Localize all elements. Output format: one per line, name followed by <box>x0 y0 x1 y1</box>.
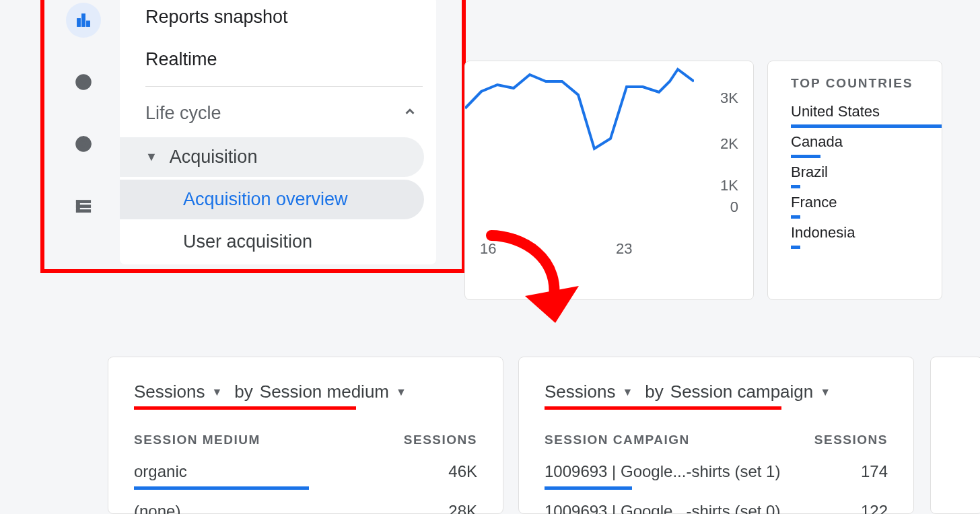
table-row[interactable]: 1009693 | Google...-shirts (set 1)174 <box>545 462 888 481</box>
row-bar <box>134 486 309 490</box>
nav-reports-snapshot[interactable]: Reports snapshot <box>120 0 436 38</box>
col-sessions: SESSIONS <box>404 433 477 447</box>
nav-acquisition-label: Acquisition <box>170 147 258 168</box>
chevron-up-icon <box>403 103 417 124</box>
nav-realtime[interactable]: Realtime <box>120 38 436 81</box>
line-chart <box>465 61 694 236</box>
dimension-label: Session medium <box>260 381 389 402</box>
svg-rect-9 <box>77 200 80 213</box>
country-name: France <box>791 194 942 211</box>
caret-down-icon: ▼ <box>145 150 158 164</box>
table-row[interactable]: organic46K <box>134 462 477 481</box>
country-name: United States <box>791 103 942 120</box>
xlabel: 16 <box>480 240 496 258</box>
nav-acquisition-overview[interactable]: Acquisition overview <box>120 180 424 219</box>
row-value: 46K <box>448 462 477 481</box>
caret-down-icon: ▼ <box>396 386 407 398</box>
col-sessions: SESSIONS <box>814 433 888 447</box>
metric-label: Sessions <box>134 381 205 402</box>
country-row[interactable]: United States <box>791 103 942 128</box>
annotation-red-underline <box>545 406 781 410</box>
nav-separator <box>145 86 423 87</box>
sessions-by-campaign-card: Sessions ▼ by Session campaign ▼ SESSION… <box>518 357 914 514</box>
advertising-icon[interactable] <box>66 126 101 161</box>
nav-life-cycle-header[interactable]: Life cycle <box>120 92 436 135</box>
configure-icon[interactable] <box>66 188 101 223</box>
svg-point-5 <box>80 141 86 147</box>
top-countries-card: TOP COUNTRIES United StatesCanadaBrazilF… <box>767 61 942 300</box>
country-row[interactable]: France <box>791 194 942 219</box>
country-bar <box>791 155 820 158</box>
metric-label: Sessions <box>545 381 616 402</box>
dimension-label: Session campaign <box>670 381 813 402</box>
row-label: 1009693 | Google...-shirts (set 1) <box>545 462 780 481</box>
by-label: by <box>234 381 252 402</box>
country-row[interactable]: Indonesia <box>791 224 942 249</box>
country-name: Canada <box>791 133 942 151</box>
row-value: 122 <box>861 502 888 514</box>
xlabel: 23 <box>616 240 632 258</box>
country-name: Brazil <box>791 163 942 181</box>
col-dimension: SESSION MEDIUM <box>134 433 260 447</box>
row-value: 28K <box>448 502 477 514</box>
row-bar <box>545 486 632 490</box>
row-label: 1009693 | Google...-shirts (set 0) <box>545 502 780 514</box>
top-countries-title: TOP COUNTRIES <box>791 76 942 91</box>
ylabel: 3K <box>720 89 738 107</box>
icon-rail <box>59 0 108 223</box>
country-bar <box>791 246 800 249</box>
nav-user-acquisition[interactable]: User acquisition <box>120 222 424 262</box>
next-card-sliver <box>930 357 980 514</box>
sessions-by-medium-card: Sessions ▼ by Session medium ▼ SESSION M… <box>108 357 503 514</box>
caret-down-icon: ▼ <box>820 386 831 398</box>
caret-down-icon: ▼ <box>212 386 223 398</box>
nav-life-cycle-label: Life cycle <box>145 103 221 124</box>
ylabel: 2K <box>720 135 738 153</box>
users-chart-card: 3K 2K 1K 0 16 23 <box>464 61 754 300</box>
reports-nav-panel: Reports snapshot Realtime Life cycle ▼ A… <box>120 0 436 264</box>
country-bar <box>791 185 800 188</box>
table-row[interactable]: (none)28K <box>134 502 477 514</box>
country-name: Indonesia <box>791 224 942 242</box>
svg-rect-0 <box>77 19 81 27</box>
caret-down-icon: ▼ <box>623 386 633 398</box>
table-row[interactable]: 1009693 | Google...-shirts (set 0)122 <box>545 502 888 514</box>
reports-icon[interactable] <box>66 3 101 38</box>
nav-acquisition[interactable]: ▼ Acquisition <box>120 137 424 177</box>
svg-rect-2 <box>87 21 90 26</box>
card-dimension-dropdown[interactable]: Sessions ▼ by Session campaign ▼ <box>545 381 888 402</box>
col-dimension: SESSION CAMPAIGN <box>545 433 690 447</box>
country-bar <box>791 124 942 128</box>
annotation-red-underline <box>134 406 356 410</box>
country-row[interactable]: Brazil <box>791 163 942 188</box>
ylabel: 1K <box>720 177 738 194</box>
country-row[interactable]: Canada <box>791 133 942 158</box>
svg-rect-1 <box>82 14 85 27</box>
by-label: by <box>645 381 663 402</box>
explore-icon[interactable] <box>66 65 101 100</box>
row-label: organic <box>134 462 187 481</box>
card-dimension-dropdown[interactable]: Sessions ▼ by Session medium ▼ <box>134 381 477 402</box>
row-label: (none) <box>134 502 180 514</box>
country-bar <box>791 215 800 219</box>
chart-y-axis: 3K 2K 1K 0 <box>698 61 738 236</box>
ylabel: 0 <box>730 198 738 216</box>
row-value: 174 <box>861 462 888 481</box>
